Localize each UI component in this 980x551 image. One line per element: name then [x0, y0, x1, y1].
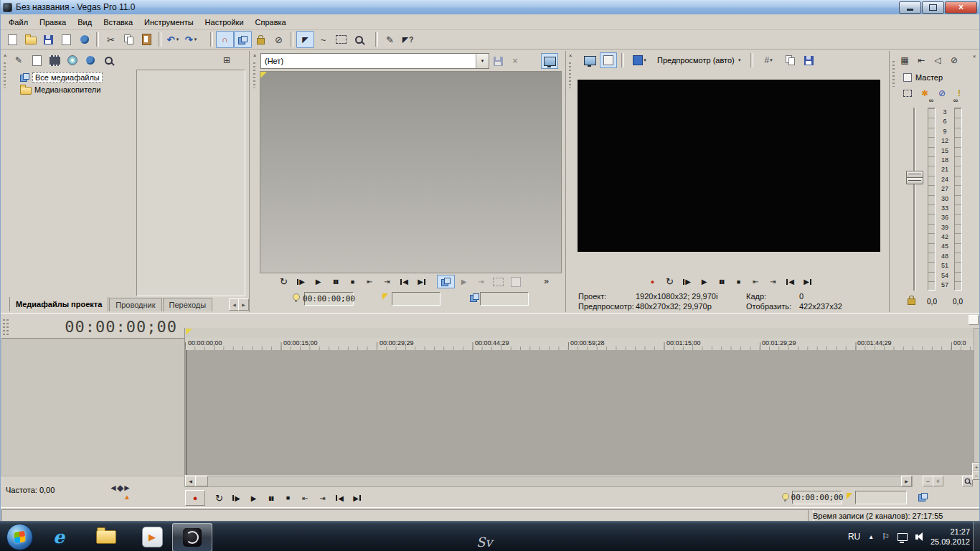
video-fx-button[interactable]: ▼ — [628, 52, 651, 68]
selection-tool-button[interactable] — [332, 31, 350, 48]
trimmer-go-to-start-button[interactable]: ⇤ — [362, 276, 378, 288]
extract-cd-button[interactable] — [64, 52, 81, 68]
timeline-cursor-timecode-field[interactable]: 00:00:00;00 — [792, 491, 842, 504]
enable-snapping-button[interactable]: ∩ — [216, 31, 234, 48]
trim-start-marker[interactable] — [260, 72, 267, 78]
h-scroll-right-button[interactable]: ▶ — [901, 476, 912, 486]
insert-fx-button[interactable]: ⇤ — [913, 52, 929, 68]
trimmer-stop-button[interactable]: ■ — [344, 276, 361, 288]
time-zoom-out-button[interactable]: − — [923, 476, 933, 486]
track-area[interactable] — [184, 350, 974, 475]
new-project-button[interactable] — [4, 31, 22, 48]
trimmer-overflow-button[interactable]: » — [538, 275, 555, 287]
vegas-taskbar-button[interactable] — [172, 523, 212, 551]
tree-item-media-bins[interactable]: Медианакопители — [19, 83, 133, 95]
mute-output-button[interactable]: ⊘ — [946, 52, 962, 68]
tab-explorer[interactable]: Проводник — [109, 298, 161, 311]
external-monitor-button[interactable] — [581, 52, 598, 68]
menu-edit[interactable]: Правка — [34, 16, 72, 29]
preview-go-to-start-button[interactable]: ⇤ — [748, 276, 764, 288]
h-scroll-left-button[interactable]: ◀ — [185, 476, 196, 486]
envelope-tool-button[interactable]: ~ — [314, 31, 332, 48]
timeline-go-to-end-button[interactable]: ⇥ — [314, 492, 331, 504]
timeline-prev-frame-button[interactable]: ◀ — [331, 492, 348, 504]
save-project-button[interactable] — [39, 31, 57, 48]
preview-next-frame-button[interactable]: ▶ — [799, 276, 816, 288]
copy-button[interactable] — [120, 31, 138, 48]
fader-lock-icon[interactable] — [908, 298, 915, 305]
timeline-pause-button[interactable]: ▮▮ — [263, 492, 279, 504]
media-file-list[interactable] — [136, 70, 245, 296]
ripple-insert-button[interactable]: ⇥ — [473, 276, 489, 288]
preview-go-to-end-button[interactable]: ⇥ — [765, 276, 781, 288]
video-overlay-button[interactable] — [600, 52, 617, 68]
search-media-button[interactable] — [100, 52, 117, 68]
show-desktop-button[interactable] — [973, 522, 980, 551]
combo-dropdown-button[interactable]: ▼ — [476, 54, 489, 68]
menu-options[interactable]: Настройки — [199, 16, 250, 29]
master-close-button[interactable]: × — [971, 53, 978, 60]
normal-edit-tool-button[interactable]: ◤ — [296, 31, 314, 48]
marker-bar[interactable] — [184, 328, 974, 338]
zoom-tool-button[interactable] — [350, 31, 368, 48]
fader-mode-button[interactable] — [900, 87, 915, 100]
preview-pause-button[interactable]: ▮▮ — [713, 276, 730, 288]
zoom-tool-corner-button[interactable] — [962, 476, 973, 486]
save-markers-button[interactable] — [489, 53, 507, 69]
trimmer-selection-start-field[interactable] — [392, 292, 440, 306]
add-to-timeline-button[interactable] — [437, 275, 455, 288]
trimmer-prev-frame-button[interactable]: ◀ — [396, 276, 413, 288]
marker-tool-button[interactable] — [969, 315, 979, 325]
media-views-button[interactable]: ⊞ — [218, 52, 235, 68]
save-frame-button[interactable] — [801, 52, 818, 68]
maximize-button[interactable] — [922, 1, 944, 14]
media-properties-button[interactable]: ✎ — [10, 52, 27, 68]
trimmer-go-to-end-button[interactable]: ⇥ — [379, 276, 395, 288]
preview-quality-dropdown[interactable]: Предпросмотр (авто) ▼ — [653, 53, 746, 67]
preview-close-button[interactable]: × — [567, 52, 574, 60]
minimize-button[interactable] — [899, 1, 921, 14]
action-center-icon[interactable]: ⚐ — [882, 532, 890, 542]
cut-button[interactable]: ✂ — [102, 31, 120, 48]
open-in-editor-button[interactable] — [507, 276, 524, 288]
safe-area-overlay-button[interactable]: #▼ — [758, 52, 781, 68]
preview-record-button[interactable]: ● — [644, 276, 661, 288]
language-indicator[interactable]: RU — [848, 532, 860, 542]
media-panel-close-button[interactable]: × — [1, 52, 9, 60]
undo-button[interactable]: ↶▼ — [164, 31, 182, 48]
trimmer-show-video-button[interactable] — [541, 53, 558, 69]
trimmer-loop-button[interactable]: ↻ — [275, 276, 292, 288]
start-button[interactable] — [6, 524, 33, 550]
v-scrollbar[interactable] — [974, 328, 980, 463]
preview-play-from-start-button[interactable]: ▶ — [679, 276, 695, 288]
menu-help[interactable]: Справка — [250, 16, 292, 29]
hidden-icons-button[interactable]: ▲ — [868, 534, 874, 540]
fader-thumb-right[interactable] — [906, 177, 923, 184]
file-explorer-button[interactable] — [93, 524, 119, 549]
volume-icon[interactable] — [915, 534, 918, 540]
downmix-output-button[interactable]: ◁ — [930, 52, 946, 68]
track-zoom-out-button[interactable]: − — [972, 471, 980, 480]
timeline-go-to-start-button[interactable]: ⇤ — [297, 492, 314, 504]
project-properties-button[interactable] — [57, 31, 75, 48]
redo-button[interactable]: ↷▼ — [182, 31, 200, 48]
timeline-stop-button[interactable]: ■ — [280, 492, 296, 504]
capture-video-button[interactable] — [46, 52, 63, 68]
bus-mute-button[interactable]: ⊘ — [935, 87, 949, 100]
auto-ripple-button[interactable] — [234, 31, 252, 48]
insert-bus-button[interactable]: ▦ — [897, 52, 913, 68]
trimmer-timecode-field[interactable]: 00:00:00;00 — [304, 292, 354, 306]
timeline-record-button[interactable]: ● — [185, 490, 205, 506]
trimmer-play-button[interactable]: ▶ — [310, 276, 326, 288]
remove-media-button[interactable]: × — [507, 53, 524, 69]
lock-envelopes-button[interactable] — [252, 31, 270, 48]
trimmer-selection-end-field[interactable] — [480, 292, 529, 306]
network-icon[interactable] — [897, 533, 908, 541]
trimmer-display[interactable] — [260, 71, 562, 273]
preview-loop-button[interactable]: ↻ — [661, 276, 678, 288]
paste-button[interactable] — [138, 31, 156, 48]
menu-insert[interactable]: Вставка — [98, 16, 138, 29]
publish-project-button[interactable] — [75, 31, 93, 48]
loop-region-marker[interactable] — [186, 329, 192, 335]
internet-explorer-button[interactable]: e — [46, 524, 72, 549]
